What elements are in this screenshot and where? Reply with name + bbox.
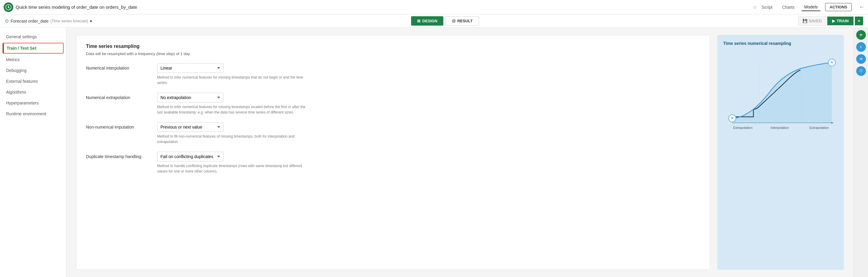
numerical-interpolation-row: Numerical interpolation Linear Previous … (86, 63, 700, 85)
forecast-dropdown-icon: ▾ (90, 19, 92, 24)
svg-text:Interpolation: Interpolation (771, 126, 789, 130)
numerical-interpolation-select[interactable]: Linear Previous or next value No interpo… (157, 63, 223, 73)
right-panel: + i ✉ ⏱ (854, 28, 868, 277)
saved-label: SAVED (809, 19, 822, 23)
play-icon: ▶ (832, 19, 835, 23)
result-label: RESULT (457, 19, 473, 23)
design-label: DESIGN (422, 19, 437, 23)
logo-icon (4, 2, 13, 12)
svg-text:Extrapolation: Extrapolation (809, 126, 829, 130)
header-nav: Script Charts Models ACTIONS ← (759, 3, 864, 11)
nav-models[interactable]: Models (802, 3, 820, 11)
chart-svg: ✕ ✕ Extrapolation Interpolation Extrapol… (723, 50, 838, 135)
numerical-extrapolation-control: No extrapolation Linear Previous or next… (157, 93, 700, 115)
numerical-extrapolation-row: Numerical extrapolation No extrapolation… (86, 93, 700, 115)
design-result-toggle: ⊞ DESIGN ⊡ RESULT (96, 16, 795, 26)
sidebar-item-general-settings[interactable]: General settings (0, 31, 66, 42)
duplicate-timestamp-handling-hint: Method to handle conflicting duplicate t… (157, 163, 308, 174)
non-numerical-imputation-hint: Method to fill non-numerical features of… (157, 134, 308, 144)
duplicate-timestamp-handling-row: Duplicate timestamp handling Fail on con… (86, 152, 700, 174)
non-numerical-imputation-control: Previous or next value Most frequent val… (157, 122, 700, 144)
numerical-extrapolation-label: Numerical extrapolation (86, 93, 152, 100)
section-title: Time series resampling (86, 44, 700, 49)
nav-charts[interactable]: Charts (780, 4, 797, 11)
svg-text:Extrapolation: Extrapolation (733, 126, 752, 130)
forecast-type: (Time series forecast) (50, 19, 88, 23)
svg-text:✕: ✕ (830, 60, 834, 65)
top-header: Quick time series modeling of order_date… (0, 0, 868, 14)
non-numerical-imputation-row: Non-numerical imputation Previous or nex… (86, 122, 700, 144)
actions-button[interactable]: ACTIONS (825, 3, 852, 11)
save-icon: 💾 (803, 19, 807, 23)
save-train-group: 💾 SAVED ▶ TRAIN ▾ (798, 16, 863, 26)
main-layout: General settings Train / Test Set Metric… (0, 28, 868, 277)
forecast-selector[interactable]: ⊙ Forecast order_date (Time series forec… (5, 18, 92, 24)
train-button[interactable]: ▶ TRAIN (827, 16, 854, 25)
sidebar: General settings Train / Test Set Metric… (0, 28, 66, 277)
numerical-interpolation-control: Linear Previous or next value No interpo… (157, 63, 700, 85)
clock-button[interactable]: ⏱ (856, 66, 866, 76)
saved-button[interactable]: 💾 SAVED (798, 16, 826, 26)
form-section: Time series resampling Data will be resa… (76, 35, 710, 270)
train-dropdown-button[interactable]: ▾ (855, 16, 863, 25)
result-icon: ⊡ (452, 19, 456, 23)
nav-script[interactable]: Script (759, 4, 775, 11)
share-icon[interactable]: ⊙ (753, 5, 757, 10)
sidebar-item-metrics[interactable]: Metrics (0, 54, 66, 65)
chart-section: Time series numerical resampling (717, 35, 844, 270)
train-label: TRAIN (837, 19, 849, 23)
non-numerical-imputation-label: Non-numerical imputation (86, 122, 152, 130)
message-button[interactable]: ✉ (856, 54, 866, 64)
page-title: Quick time series modeling of order_date… (16, 4, 751, 10)
sidebar-item-algorithms[interactable]: Algorithms (0, 87, 66, 98)
svg-point-1 (8, 7, 9, 8)
design-button[interactable]: ⊞ DESIGN (411, 16, 443, 26)
chart-container: ✕ ✕ Extrapolation Interpolation Extrapol… (723, 50, 838, 135)
result-button[interactable]: ⊡ RESULT (446, 16, 479, 26)
content-area: Time series resampling Data will be resa… (66, 28, 854, 277)
sidebar-item-debugging[interactable]: Debugging (0, 65, 66, 76)
info-button[interactable]: i (856, 42, 866, 52)
sub-header: ⊙ Forecast order_date (Time series forec… (0, 14, 868, 28)
forecast-icon: ⊙ (5, 18, 9, 24)
sidebar-item-train-test-set[interactable]: Train / Test Set (2, 43, 64, 54)
sidebar-item-runtime-environment[interactable]: Runtime environment (0, 108, 66, 119)
numerical-extrapolation-select[interactable]: No extrapolation Linear Previous or next… (157, 93, 223, 102)
sidebar-item-hyperparameters[interactable]: Hyperparameters (0, 98, 66, 108)
design-icon: ⊞ (417, 19, 421, 23)
sidebar-item-external-features[interactable]: External features (0, 76, 66, 87)
add-button[interactable]: + (856, 30, 866, 40)
svg-text:✕: ✕ (731, 116, 734, 120)
section-subtitle: Data will be resampled with a frequency … (86, 51, 700, 56)
duplicate-timestamp-handling-control: Fail on conflicting duplicates Drop dupl… (157, 152, 700, 174)
duplicate-timestamp-handling-select[interactable]: Fail on conflicting duplicates Drop dupl… (157, 152, 223, 161)
chart-title: Time series numerical resampling (723, 41, 838, 46)
numerical-interpolation-hint: Method to infer numerical features for m… (157, 75, 308, 85)
numerical-extrapolation-hint: Method to infer numerical features for m… (157, 104, 308, 115)
back-button[interactable]: ← (859, 4, 864, 10)
numerical-interpolation-label: Numerical interpolation (86, 63, 152, 70)
duplicate-timestamp-handling-label: Duplicate timestamp handling (86, 152, 152, 159)
non-numerical-imputation-select[interactable]: Previous or next value Most frequent val… (157, 122, 223, 132)
forecast-name: Forecast order_date (10, 19, 49, 24)
